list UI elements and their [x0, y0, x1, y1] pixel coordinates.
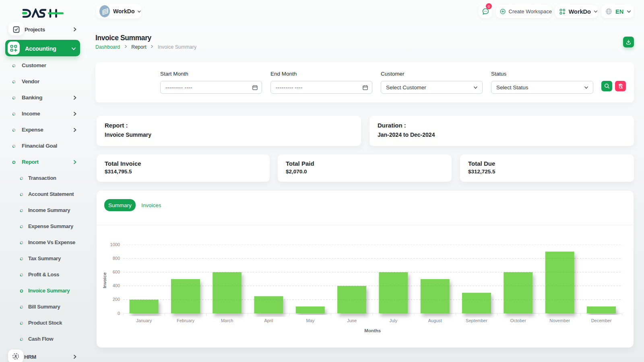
svg-text:200: 200 — [113, 297, 120, 302]
svg-text:0: 0 — [118, 311, 120, 316]
svg-text:July: July — [390, 318, 398, 323]
svg-text:June: June — [347, 318, 357, 323]
svg-text:October: October — [510, 318, 526, 323]
svg-text:March: March — [221, 318, 233, 323]
svg-text:600: 600 — [113, 269, 120, 274]
svg-text:May: May — [306, 318, 315, 323]
svg-text:February: February — [177, 318, 195, 323]
svg-text:November: November — [549, 318, 570, 323]
svg-text:1000: 1000 — [110, 242, 120, 247]
svg-text:Invoice: Invoice — [102, 272, 107, 288]
svg-text:September: September — [466, 318, 487, 323]
svg-text:December: December — [591, 318, 612, 323]
svg-text:800: 800 — [113, 256, 120, 261]
svg-text:January: January — [136, 318, 152, 323]
svg-text:400: 400 — [113, 283, 120, 288]
svg-text:Months: Months — [364, 328, 381, 333]
svg-text:August: August — [428, 318, 442, 323]
svg-text:April: April — [264, 318, 273, 323]
